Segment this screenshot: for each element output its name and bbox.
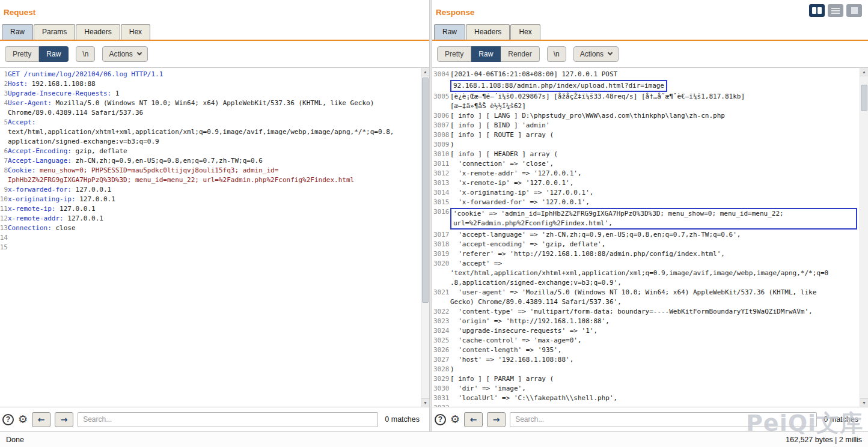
line-number: 3018 [432,240,450,249]
next-match-button[interactable]: → [487,412,506,427]
response-newline-button[interactable]: \n [547,46,566,62]
response-scrollbar[interactable]: ▲ ▼ [860,68,868,407]
line-number: 3030 [432,384,450,394]
scrollbar-track[interactable] [860,76,868,398]
view-mode-render[interactable]: Render [501,46,539,62]
line-number: 3015 [432,198,450,207]
request-searchbar: ? ⚙ ← → 0 matches [0,407,429,431]
code-line: 3008[ info ] [ ROUTE ] array ( [432,130,860,140]
line-number: 3026 [432,345,450,355]
status-bar: Done 162,527 bytes | 2 millis [0,431,868,447]
line-number: 3007 [432,121,450,130]
line-number: 11 [0,204,8,214]
line-number: 15 [0,243,8,252]
line-number: 1 [0,70,8,79]
help-icon[interactable]: ? [2,414,14,425]
code-line: 3007[ info ] [ BIND ] 'admin' [432,121,860,130]
code-line: 3028) [432,365,860,374]
line-number: 13 [0,224,8,233]
code-line: 4User-Agent: Mozilla/5.0 (Windows NT 10.… [0,99,421,118]
response-editor-content[interactable]: 3004[2021-04-06T16:21:08+08:00] 127.0.0.… [432,68,860,407]
scrollbar-thumb[interactable] [861,85,867,111]
view-mode-pretty[interactable]: Pretty [5,46,39,62]
code-line: 3009) [432,140,860,150]
code-line: 3013 'x-remote-ip' => '127.0.0.1', [432,178,860,188]
split-columns-icon[interactable] [809,4,825,17]
code-line: 8Cookie: menu_show=0; PHPSESSID=mau5pdkc… [0,166,421,185]
line-number: 3032 [432,403,450,407]
request-tabs: RawParamsHeadersHex [0,22,429,41]
line-number: 3020 [432,259,450,288]
code-line: 3004[2021-04-06T16:21:08+08:00] 127.0.0.… [432,70,860,92]
code-line: 3016'cookie' => 'admin_id=IphHb2Z%2FRG9g… [432,207,860,230]
view-mode-raw[interactable]: Raw [39,46,69,62]
tab-hex[interactable]: Hex [510,24,540,40]
request-actions-button[interactable]: Actions [102,46,147,62]
code-line: 3026 'content-length' => '935', [432,345,860,355]
view-mode-raw[interactable]: Raw [471,46,501,62]
actions-label: Actions [580,50,604,58]
line-number: 3010 [432,150,450,159]
code-line: 5Accept:text/html,application/xhtml+xml,… [0,118,421,147]
line-number: 8 [0,166,8,185]
request-newline-button[interactable]: \n [76,46,95,62]
line-number: 12 [0,214,8,224]
panes: Request RawParamsHeadersHex PrettyRaw \n… [0,0,868,431]
prev-match-button[interactable]: ← [464,412,483,427]
scrollbar-track[interactable] [421,76,429,398]
code-line: 12x-remote-addr: 127.0.0.1 [0,214,421,224]
line-number: 3005 [432,92,450,111]
single-pane-icon[interactable] [846,4,862,17]
scroll-down-icon[interactable]: ▼ [860,398,868,407]
help-icon[interactable]: ? [435,414,446,425]
line-number: 6 [0,147,8,156]
gear-icon[interactable]: ⚙ [450,414,460,425]
line-number: 2 [0,79,8,89]
code-line: 3018 'accept-encoding' => 'gzip, deflate… [432,240,860,249]
response-toolbar: PrettyRawRender \n Actions [432,41,868,67]
next-match-button[interactable]: → [55,412,73,427]
response-tabs: RawHeadersHex [432,22,868,41]
match-count: 0 matches [385,415,420,424]
request-title: Request [4,8,35,17]
line-number: 3013 [432,178,450,188]
tab-raw[interactable]: Raw [434,24,465,40]
code-line: 10x-originating-ip: 127.0.0.1 [0,195,421,204]
code-line: 3021 'user-agent' => 'Mozilla/5.0 (Windo… [432,288,860,307]
tab-hex[interactable]: Hex [121,24,150,40]
tab-headers[interactable]: Headers [76,24,120,40]
response-view-modes: PrettyRawRender [437,46,540,62]
view-mode-pretty[interactable]: Pretty [437,46,471,62]
response-header: Response [432,0,868,22]
tab-raw[interactable]: Raw [2,24,33,40]
request-editor-content[interactable]: 1GET /runtime/log/202104/06.log HTTP/1.1… [0,68,421,407]
prev-match-button[interactable]: ← [32,412,50,427]
scroll-down-icon[interactable]: ▼ [421,398,430,407]
tab-params[interactable]: Params [34,24,75,40]
line-number: 10 [0,195,8,204]
search-input[interactable] [78,412,378,427]
line-number: 3012 [432,169,450,178]
line-number: 3006 [432,111,450,121]
response-actions-button[interactable]: Actions [573,46,619,62]
search-input[interactable] [510,412,817,427]
gear-icon[interactable]: ⚙ [18,414,28,425]
code-line: 3022 'content-type' => 'multipart/form-d… [432,307,860,317]
response-editor[interactable]: 3004[2021-04-06T16:21:08+08:00] 127.0.0.… [432,67,868,407]
match-count: 0 matches [824,415,858,424]
request-editor[interactable]: 1GET /runtime/log/202104/06.log HTTP/1.1… [0,67,429,407]
scroll-up-icon[interactable]: ▲ [421,68,430,76]
tab-headers[interactable]: Headers [466,24,510,40]
code-line: 3030 'dir' => 'image', [432,384,860,394]
code-line: 3010[ info ] [ HEADER ] array ( [432,150,860,159]
scrollbar-thumb[interactable] [422,78,429,303]
code-line: 3025 'cache-control' => 'max-age=0', [432,336,860,345]
line-number: 3008 [432,130,450,140]
code-line: 2Host: 192.168.1.108:88 [0,79,421,89]
code-line: 3014 'x-originating-ip' => '127.0.0.1', [432,188,860,198]
code-line: 3015 'x-forwarded-for' => '127.0.0.1', [432,198,860,207]
request-scrollbar[interactable]: ▲ ▼ [421,68,429,407]
scroll-up-icon[interactable]: ▲ [860,68,868,76]
line-number: 14 [0,233,8,243]
rows-icon[interactable] [828,4,843,17]
